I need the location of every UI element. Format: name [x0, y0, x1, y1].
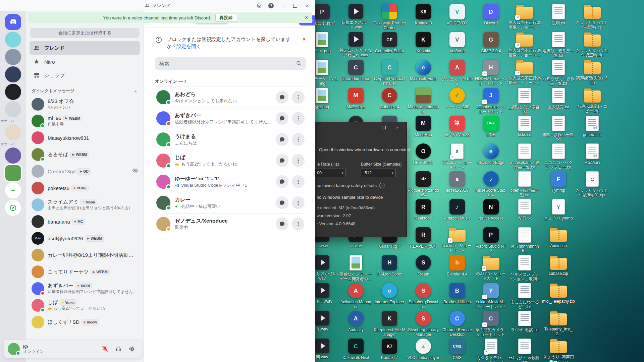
desktop-icon[interactable]: H HDDFMT.exe - ショートカット: [475, 60, 507, 86]
desktop-icon[interactable]: 無人販売不正行為画像 - ショートカット: [508, 32, 541, 57]
desktop-icon[interactable]: CMS CMS: [441, 339, 474, 360]
more-button[interactable]: [292, 196, 305, 209]
desktop-icon[interactable]: _起動しない場合.txt: [508, 88, 541, 114]
desktop-icon[interactable]: Y YukkunMovieM... - ショートカット: [475, 283, 507, 309]
desktop-icon[interactable]: きょうり食ってた午後三時.zip: [576, 32, 609, 57]
desktop-icon[interactable]: S Steam: [407, 255, 440, 277]
message-button[interactable]: [276, 91, 288, 104]
open-on-connect-label[interactable]: Open this window when hardware is connec…: [319, 147, 410, 152]
desktop-icon[interactable]: 無人販売.txt: [542, 88, 575, 109]
dm-row[interactable]: あずきバー MORI 活動者様以外原則フレンド申請許可してません。: [29, 280, 141, 297]
friend-row[interactable]: カレー 会話中・猫は可愛い: [155, 192, 306, 213]
dm-row[interactable]: bananana MC: [29, 213, 141, 230]
avatar[interactable]: [8, 343, 20, 355]
desktop-icon[interactable]: 筆 筆まめ Ver.28: [441, 116, 474, 137]
friend-row[interactable]: ゼノデュス/Xenoduce 退席中: [155, 213, 306, 234]
desktop-icon[interactable]: a airset2-2019: [441, 171, 474, 193]
more-button[interactable]: [292, 218, 305, 230]
desktop-icon[interactable]: cubase.zip: [542, 255, 575, 276]
join-or-create-button[interactable]: 会話に参加または作成する: [30, 28, 140, 38]
more-button[interactable]: [292, 91, 305, 104]
buffer-size-select[interactable]: 512 ▾: [361, 169, 396, 177]
desktop-icon[interactable]: backup - ショートカット: [441, 227, 474, 253]
dm-row[interactable]: るるそば WEBM: [29, 146, 141, 163]
desktop-icon[interactable]: ksks.txt: [508, 116, 541, 137]
desktop-icon[interactable]: J JQuake.exe - ショートカット: [475, 88, 507, 114]
minimize-button[interactable]: –: [277, 0, 289, 11]
dm-row[interactable]: poketetsu POKE: [29, 180, 141, 196]
message-button[interactable]: [276, 112, 288, 125]
message-button[interactable]: [276, 133, 288, 146]
desktop-icon[interactable]: C createdump.exe: [339, 60, 372, 81]
desktop-icon[interactable]: ini MoZA.ini: [576, 143, 609, 165]
server-item[interactable]: [5, 200, 21, 216]
desktop-icon[interactable]: C きょうり食ってた午後3時-01.cpr: [576, 171, 609, 197]
desktop-icon[interactable]: 無題 - 親作品一覧.txt: [542, 116, 575, 142]
dm-row[interactable]: 8/23 オフ会 4人のメンバー: [29, 96, 141, 113]
dialog-maximize-button[interactable]: [379, 124, 389, 131]
desktop-icon[interactable]: K8 Kontakt 8: [407, 4, 440, 25]
more-button[interactable]: [292, 154, 305, 167]
sidebar-nav-item[interactable]: Nitro: [30, 55, 140, 68]
desktop-icon[interactable]: ▲ VLC media player: [407, 339, 440, 360]
desktop-icon[interactable]: おうhhhhhhhhhh...: [508, 227, 541, 253]
desktop-icon[interactable]: e Microsoft Edge: [407, 60, 440, 81]
desktop-icon[interactable]: 選択肢 - 親作品一覧.txt: [542, 32, 575, 58]
create-dm-icon[interactable]: [133, 89, 138, 94]
help-button[interactable]: ?: [265, 0, 277, 11]
desktop-icon[interactable]: きょうり_調声用データ.zip: [542, 339, 575, 362]
desktop-icon[interactable]: ラジオ_歌詞.txt: [508, 311, 541, 332]
sidebar-nav-item[interactable]: ショップ: [30, 69, 140, 82]
server-item[interactable]: [5, 101, 21, 117]
dm-row[interactable]: Masayukisnow831: [29, 129, 141, 146]
desktop-icon[interactable]: 無人販売不正行為動画 - ショートカット: [508, 60, 541, 85]
desktop-icon[interactable]: LINE LINE: [475, 116, 507, 137]
server-item[interactable]: [5, 14, 21, 30]
desktop-icon[interactable]: A Audacity: [339, 311, 372, 332]
desktop-icon[interactable]: A かんたん！ AITalk 3: [441, 60, 474, 86]
desktop-icon[interactable]: O OBS Studio: [407, 143, 440, 165]
desktop-icon[interactable]: Telepathy_Inst_2...: [542, 311, 575, 336]
desktop-icon[interactable]: open - 親作品一覧.txt: [508, 171, 541, 197]
sidebar-nav-item[interactable]: フレンド: [30, 41, 140, 55]
close-button[interactable]: ×: [301, 0, 313, 11]
server-item[interactable]: かサーバ: [1, 142, 25, 146]
desktop-icon[interactable]: H HALion Sonic: [373, 255, 406, 277]
desktop-icon[interactable]: 万引きメモ.txt - ショートカット: [475, 339, 507, 362]
desktop-icon[interactable]: K Kontakt: [407, 32, 440, 53]
desktop-icon[interactable]: e Microsoft Edge: [475, 143, 507, 165]
desktop-icon[interactable]: M MoZA.exe: [339, 88, 372, 109]
desktop-icon[interactable]: X 9.5.xlsx - ショートカット: [441, 143, 474, 170]
server-item[interactable]: [5, 124, 21, 140]
desktop-icon[interactable]: N Native Access: [475, 199, 507, 221]
message-button[interactable]: [276, 175, 288, 188]
server-item[interactable]: [5, 32, 21, 48]
desktop-icon[interactable]: C Cakewalk Next: [339, 339, 372, 360]
desktop-icon[interactable]: R Reaktor 6: [407, 199, 440, 221]
desktop-icon[interactable]: 新規エクスポート.wav: [339, 4, 372, 29]
friend-row[interactable]: うけまる こんにちは: [155, 129, 306, 150]
sync-sample-rate-option[interactable]: nc Windows sample rate to device: [317, 195, 383, 200]
dm-row[interactable]: mi_96 WEBM 作業中毒: [29, 113, 141, 129]
desktop-icon[interactable]: 無人販売不正行為画像 - ショートカッ...: [508, 4, 541, 29]
desktop-icon[interactable]: C Chrome Remote Desktop: [441, 311, 474, 337]
desktop-icon[interactable]: b Blender 4.4: [441, 255, 474, 277]
desktop-icon[interactable]: 調声練習(失敗)_3.zip: [576, 60, 609, 85]
more-button[interactable]: [292, 133, 305, 146]
message-button[interactable]: [276, 154, 288, 167]
dm-row[interactable]: じば Yume もう高2だってよ、だるいね: [29, 297, 141, 314]
desktop-icon[interactable]: ♪ MuseScore Studio 4: [475, 171, 507, 197]
desktop-icon[interactable]: F Fymmp: [542, 171, 575, 193]
desktop-icon[interactable]: G GIMP 3.0.4: [475, 32, 507, 53]
desktop-icon[interactable]: sfz Plogue sforzando x64: [407, 171, 440, 197]
desktop-icon[interactable]: WIFI.txt: [508, 199, 541, 221]
open-settings-link[interactable]: 設定を開く: [176, 44, 201, 49]
more-button[interactable]: [292, 112, 305, 125]
desktop-icon[interactable]: 死にたい_ゅ歌詞.txt: [508, 339, 541, 362]
desktop-icon[interactable]: P Piapro Studio NT2: [475, 227, 507, 253]
desktop-icon[interactable]: Cakewalk Product Center: [373, 4, 406, 30]
dm-row[interactable]: ほしくず / SD meow: [29, 314, 141, 330]
desktop-icon[interactable]: C 家の防犯カメラ - ショートカット: [475, 311, 507, 337]
desktop-icon[interactable]: A Activation Manager: [339, 283, 372, 309]
friend-row[interactable]: あおどら 今はメンションしても来れない: [155, 86, 306, 108]
